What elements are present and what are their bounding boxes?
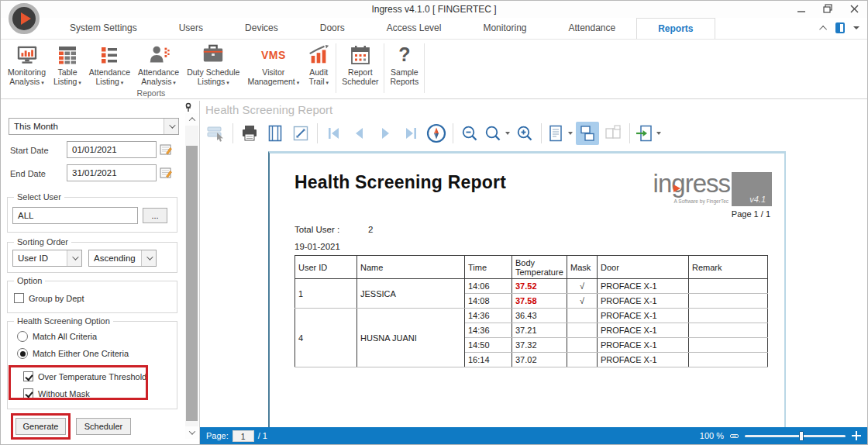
app-logo-icon[interactable] <box>9 3 40 34</box>
audit-trail-icon <box>307 42 330 67</box>
select-user-title: Select User <box>14 192 64 202</box>
minimize-button[interactable] <box>794 2 808 15</box>
column-header-name: Name <box>357 256 465 279</box>
zoom-percentage: 100 % <box>700 431 724 440</box>
ribbon-attendance-analysis-button[interactable]: AttendanceAnalysis ▾ <box>134 42 183 88</box>
scrollbar-thumb[interactable] <box>186 146 198 421</box>
vms-icon: VMS <box>261 42 286 67</box>
tab-attendance[interactable]: Attendance <box>547 18 636 39</box>
select-tool-button <box>205 122 228 145</box>
generate-button[interactable]: Generate <box>16 418 66 435</box>
sort-direction-select[interactable]: Ascending <box>88 250 157 267</box>
tab-monitoring[interactable]: Monitoring <box>462 18 547 39</box>
ribbon-separator <box>424 43 425 93</box>
table-row: 1JESSICA14:0637.52√PROFACE X-1 <box>295 279 768 294</box>
page-layout-button[interactable] <box>546 122 565 145</box>
tab-devices[interactable]: Devices <box>224 18 299 39</box>
sort-field-select[interactable]: User ID <box>12 250 82 267</box>
scheduler-button[interactable]: Scheduler <box>76 418 131 435</box>
zoom-increase-button[interactable] <box>852 431 861 440</box>
close-button[interactable] <box>847 2 861 15</box>
page-setup-button[interactable] <box>264 122 287 145</box>
select-user-input[interactable]: ALL <box>12 207 138 224</box>
monitoring-analysis-icon <box>16 42 39 67</box>
checkbox-checked-icon <box>23 371 33 381</box>
zoom-out-button[interactable] <box>458 122 481 145</box>
last-page-button <box>399 122 422 145</box>
export-button[interactable] <box>635 122 653 145</box>
start-date-input[interactable]: 01/01/2021 <box>67 141 157 158</box>
dropdown-arrow-icon: ▾ <box>119 80 123 85</box>
export-dropdown-icon[interactable] <box>656 132 661 135</box>
app-style-icon[interactable] <box>835 22 845 33</box>
ribbon-button-label: MonitoringAnalysis ▾ <box>8 67 46 88</box>
ribbon-button-label: TableListing ▾ <box>53 67 81 88</box>
ribbon-buttons: MonitoringAnalysis ▾TableListing ▾Attend… <box>1 40 867 93</box>
page-number-input[interactable]: 1 <box>232 430 254 442</box>
ribbon-audit-trail-button[interactable]: AuditTrail ▾ <box>303 42 334 88</box>
tab-system-settings[interactable]: System Settings <box>49 18 158 39</box>
tab-users[interactable]: Users <box>158 18 224 39</box>
group-by-dept-checkbox[interactable]: Group by Dept <box>14 293 84 303</box>
ribbon-monitoring-analysis-button[interactable]: MonitoringAnalysis ▾ <box>4 42 50 88</box>
tab-reports[interactable]: Reports <box>636 18 715 39</box>
zoom-slider[interactable] <box>745 435 846 437</box>
start-date-calendar-icon[interactable] <box>159 143 173 160</box>
attendance-analysis-icon <box>147 42 170 67</box>
ribbon-sample-reports-button[interactable]: ?SampleReports <box>386 42 422 86</box>
period-select[interactable]: This Month <box>9 118 179 135</box>
match-all-criteria-radio[interactable]: Match All Criteria <box>17 331 97 342</box>
zoom-level-dropdown-icon[interactable] <box>505 132 510 135</box>
zoom-decrease-button[interactable] <box>730 434 739 438</box>
end-date-calendar-icon[interactable] <box>159 166 173 183</box>
match-either-one-criteria-radio[interactable]: Match Either One Criteria <box>17 348 129 359</box>
ribbon-button-label: AuditTrail ▾ <box>308 67 329 88</box>
report-title: Health Screening Report <box>294 172 506 193</box>
zoom-in-button[interactable] <box>513 122 536 145</box>
ribbon-attendance-listing-button[interactable]: AttendanceListing ▾ <box>85 42 134 88</box>
duty-schedule-icon <box>202 42 225 67</box>
report-page: Health Screening Report ingress v4.1 A S… <box>268 151 786 427</box>
report-page-number: Page 1 / 1 <box>732 209 770 219</box>
tab-access-level[interactable]: Access Level <box>366 18 463 39</box>
ribbon-visitor-management-button[interactable]: VMSVisitorManagement ▾ <box>243 42 303 88</box>
sidebar-scrollbar[interactable] <box>185 113 198 439</box>
continuous-layout-button[interactable] <box>576 122 599 145</box>
zoom-window-button[interactable] <box>289 122 312 145</box>
end-date-input[interactable]: 31/01/2021 <box>67 164 157 181</box>
browse-users-button[interactable]: ... <box>143 208 167 223</box>
ribbon-table-listing-button[interactable]: TableListing ▾ <box>50 42 85 88</box>
navigate-button[interactable] <box>425 122 448 145</box>
print-button[interactable] <box>238 122 261 145</box>
collapse-ribbon-icon[interactable] <box>819 25 827 33</box>
over-temperature-threshold-checkbox[interactable]: Over Temperature Threshold <box>23 371 146 381</box>
restore-button[interactable] <box>821 2 835 15</box>
chevron-down-icon[interactable] <box>164 119 178 134</box>
report-table: User IDNameTimeBody TemperatureMaskDoorR… <box>294 255 768 367</box>
chevron-down-icon[interactable] <box>141 250 156 266</box>
scroll-down-button[interactable] <box>185 426 198 439</box>
ribbon-duty-schedule-listings-button[interactable]: Duty ScheduleListings ▾ <box>183 42 243 88</box>
ribbon-report-scheduler-button[interactable]: ReportScheduler <box>338 42 382 86</box>
select-user-group: Select User ALL ... <box>7 197 177 233</box>
period-select-value: This Month <box>14 122 58 131</box>
dropdown-arrow-icon: ▾ <box>225 80 229 85</box>
style-dropdown-icon[interactable] <box>853 26 859 29</box>
total-user-value: 2 <box>368 225 373 234</box>
without-mask-checkbox[interactable]: Without Mask <box>23 388 90 398</box>
health-screening-option-group: Health Screening Option Match All Criter… <box>7 321 177 409</box>
viewer-toolbar <box>205 120 662 147</box>
column-header-door: Door <box>598 256 689 279</box>
chevron-down-icon[interactable] <box>67 250 81 266</box>
radio-icon <box>17 331 28 342</box>
tab-doors[interactable]: Doors <box>299 18 366 39</box>
zoom-level-button[interactable] <box>484 122 502 145</box>
zoom-slider-thumb[interactable] <box>799 431 804 441</box>
viewer-statusbar: Page: 1 / 1 100 % <box>200 427 867 444</box>
ribbon-button-label: VisitorManagement ▾ <box>247 67 299 88</box>
option-title: Option <box>14 276 45 285</box>
scroll-up-button[interactable] <box>185 113 198 126</box>
column-header-time: Time <box>465 256 512 279</box>
document-area[interactable]: Health Screening Report ingress v4.1 A S… <box>200 148 867 427</box>
page-layout-dropdown-icon[interactable] <box>568 132 573 135</box>
